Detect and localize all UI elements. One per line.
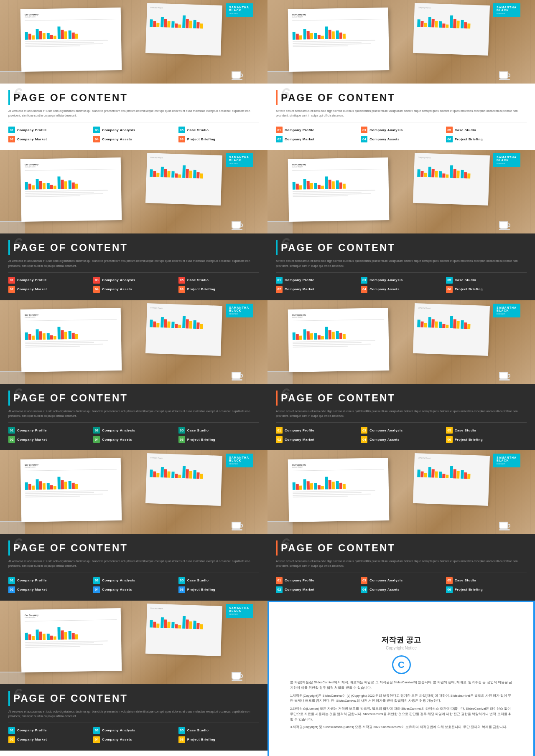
toc-item-5: 06 Project Briefing — [446, 586, 527, 593]
title-accent-bar — [8, 240, 10, 255]
toc-number: 05 — [178, 727, 185, 734]
slide-description: At vero eos et accusamus et iusto odio d… — [8, 259, 259, 268]
toc-item-4: 04 Company Assets — [93, 586, 174, 593]
copyright-logo: C — [392, 655, 411, 674]
toc-label: Case Studio — [187, 429, 209, 432]
toc-number: 03 — [93, 727, 100, 734]
toc-label: Company Profile — [17, 728, 47, 732]
toc-number: 02 — [276, 136, 283, 142]
toc-label: Case Studio — [455, 278, 476, 282]
toc-number: 01 — [276, 277, 283, 284]
toc-label: Company Assets — [369, 438, 400, 441]
slide-title: PAGE OF CONTENT — [281, 393, 395, 403]
toc-label: Project Briefing — [187, 588, 216, 591]
toc-number: 01 — [276, 427, 283, 434]
toc-number: 06 — [178, 736, 185, 743]
toc-label: Company Market — [285, 588, 314, 591]
toc-label: Company Analysis — [369, 578, 403, 582]
toc-label: Case Studio — [187, 728, 209, 732]
toc-item-4: 04 Company Assets — [361, 136, 441, 142]
toc-item-2: 05 Case Studio — [178, 427, 259, 434]
toc-label: Project Briefing — [455, 588, 483, 591]
toc-item-3: 02 Company Market — [276, 436, 357, 443]
toc-number: 05 — [178, 127, 185, 133]
divider — [276, 422, 527, 423]
toc-item-1: 03 Company Analysis — [361, 127, 441, 133]
title-accent-bar — [276, 90, 278, 105]
toc-label: Company Market — [17, 738, 47, 741]
toc-item-0: 01 Company Profile — [276, 577, 357, 584]
toc-label: Company Profile — [17, 278, 47, 282]
toc-number: 03 — [93, 277, 100, 284]
divider — [8, 122, 259, 122]
toc-number: 04 — [93, 286, 100, 293]
toc-item-0: 01 Company Profile — [8, 277, 89, 284]
slide-title: PAGE OF CONTENT — [13, 93, 128, 103]
toc-item-5: 06 Project Briefing — [178, 136, 259, 142]
slide-photo: Our Company Annual Report SAM — [0, 450, 268, 534]
toc-item-5: 06 Project Briefing — [178, 736, 259, 743]
toc-number: 03 — [361, 277, 367, 284]
slide-description: At vero eos et accusamus et iusto odio d… — [8, 709, 259, 718]
divider — [8, 272, 259, 273]
toc-number: 05 — [178, 577, 185, 584]
toc-item-3: 02 Company Market — [8, 286, 89, 293]
toc-label: Project Briefing — [455, 287, 483, 291]
toc-label: Company Market — [285, 438, 314, 441]
toc-number: 06 — [178, 436, 185, 443]
toc-number: 02 — [8, 286, 15, 293]
toc-item-1: 03 Company Analysis — [93, 277, 174, 284]
toc-number: 02 — [8, 136, 15, 142]
title-accent-bar — [8, 391, 10, 406]
toc-item-2: 05 Case Studio — [446, 127, 527, 133]
toc-label: Company Analysis — [102, 728, 135, 732]
slide-1: Our Company Annual Report SAM — [0, 0, 268, 150]
slide-title: PAGE OF CONTENT — [281, 93, 395, 103]
copyright-section-3: 3.저작권(Copyright) 및 SlidesCarnival(Slides… — [290, 725, 512, 730]
toc-label: Project Briefing — [187, 738, 216, 741]
toc-item-3: 02 Company Market — [8, 136, 89, 142]
slide-description: At vero eos et accusamus et iusto odio d… — [276, 409, 527, 418]
toc-number: 01 — [8, 127, 15, 133]
slide-6: Our Company Annual Report SAM — [268, 300, 535, 450]
toc-number: 06 — [446, 586, 453, 593]
toc-item-3: 02 Company Market — [276, 286, 357, 293]
slide-title: PAGE OF CONTENT — [13, 693, 128, 703]
toc-item-5: 06 Project Briefing — [178, 586, 259, 593]
toc-number: 01 — [8, 427, 15, 434]
slide-description: At vero eos et accusamus et iusto odio d… — [8, 109, 259, 118]
toc-number: 03 — [361, 127, 367, 133]
slide-description: At vero eos et accusamus et iusto odio d… — [276, 559, 527, 568]
toc-number: 06 — [446, 286, 453, 293]
toc-item-4: 04 Company Assets — [93, 136, 174, 142]
toc-grid: 01 Company Profile 03 Company Analysis 0… — [276, 427, 527, 443]
toc-item-0: 01 Company Profile — [8, 127, 89, 133]
slide-photo: Our Company Annual Report SAM — [268, 300, 535, 384]
slide-photo: Our Company Annual Report SAM — [268, 150, 535, 233]
toc-grid: 01 Company Profile 03 Company Analysis 0… — [276, 277, 527, 293]
toc-label: Project Briefing — [455, 438, 483, 441]
toc-label: Project Briefing — [455, 137, 483, 141]
slide-photo: Our Company Annual Report SAM — [0, 601, 268, 684]
toc-item-4: 04 Company Assets — [93, 736, 174, 743]
slide-photo: Our Company Annual Report SAM — [268, 450, 535, 534]
slide-description: At vero eos et accusamus et iusto odio d… — [276, 259, 527, 268]
copyright-text-0: 본 파일(제품)은 SlidesCarnival에서 제작, 배포하는 파일로 … — [290, 680, 512, 691]
divider — [8, 573, 259, 573]
toc-number: 06 — [446, 136, 453, 142]
toc-number: 04 — [93, 436, 100, 443]
toc-number: 01 — [276, 127, 283, 133]
toc-number: 06 — [446, 436, 453, 443]
toc-item-2: 05 Case Studio — [178, 127, 259, 133]
toc-label: Company Assets — [102, 137, 132, 141]
toc-label: Company Analysis — [102, 429, 135, 432]
toc-grid: 01 Company Profile 03 Company Analysis 0… — [8, 577, 259, 593]
slide-photo: Our Company Annual Report SAM — [0, 150, 268, 233]
toc-item-1: 03 Company Analysis — [361, 577, 441, 584]
toc-label: Company Profile — [285, 429, 314, 432]
toc-label: Company Analysis — [369, 278, 403, 282]
toc-number: 02 — [8, 436, 15, 443]
toc-number: 03 — [361, 427, 367, 434]
toc-label: Company Market — [17, 137, 47, 141]
slide-title: PAGE OF CONTENT — [13, 243, 128, 253]
